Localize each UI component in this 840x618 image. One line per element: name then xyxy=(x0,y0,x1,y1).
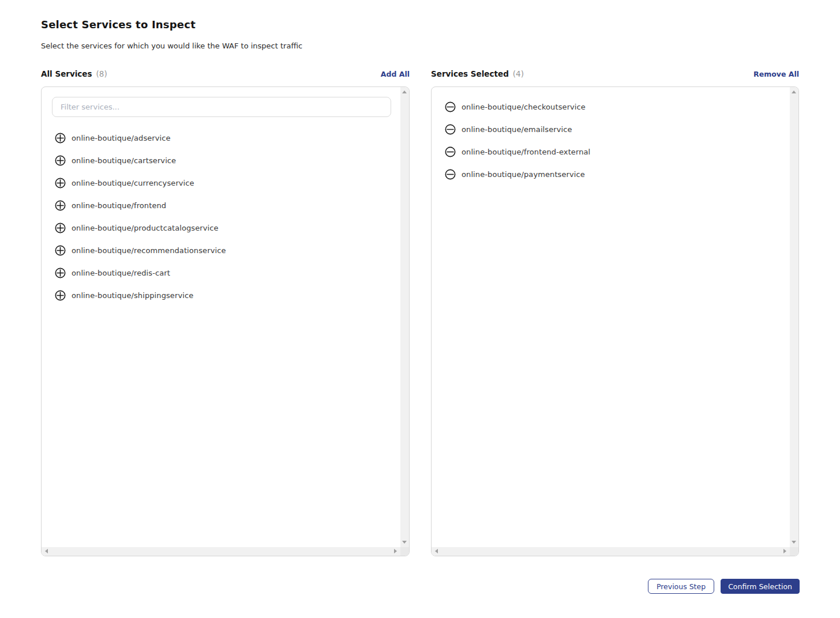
selected-services-count: (4) xyxy=(513,69,524,78)
filter-services-input[interactable] xyxy=(52,97,391,117)
remove-service-icon[interactable] xyxy=(445,169,456,180)
scroll-left-icon[interactable] xyxy=(45,549,48,553)
add-service-icon[interactable] xyxy=(55,133,66,144)
add-service-icon[interactable] xyxy=(55,200,66,211)
all-services-panel-content: online-boutique/adservice on xyxy=(42,87,400,547)
selected-services-column: Services Selected (4) Remove All xyxy=(431,68,799,556)
remove-service-icon[interactable] xyxy=(445,124,456,135)
remove-service-icon[interactable] xyxy=(445,146,456,157)
service-selection-page: Select Services to Inspect Select the se… xyxy=(0,0,840,618)
scroll-right-icon[interactable] xyxy=(394,549,397,553)
vertical-scrollbar[interactable] xyxy=(400,87,409,547)
add-service-icon[interactable] xyxy=(55,155,66,166)
service-row[interactable]: online-boutique/currencyservice xyxy=(42,172,400,194)
scroll-up-icon[interactable] xyxy=(402,91,407,93)
service-name: online-boutique/adservice xyxy=(72,134,171,142)
vertical-scrollbar[interactable] xyxy=(790,87,798,547)
service-row[interactable]: online-boutique/frontend-external xyxy=(432,141,790,163)
service-row[interactable]: online-boutique/paymentservice xyxy=(432,163,790,186)
all-services-panel: online-boutique/adservice on xyxy=(41,86,410,556)
service-name: online-boutique/frontend xyxy=(72,201,166,210)
selected-services-panel-content: online-boutique/checkoutservice online-b… xyxy=(432,87,790,547)
service-row[interactable]: online-boutique/adservice xyxy=(42,127,400,149)
all-services-header: All Services (8) Add All xyxy=(41,68,410,80)
horizontal-scrollbar[interactable] xyxy=(432,547,790,556)
wizard-footer: Previous Step Confirm Selection xyxy=(648,579,800,594)
scroll-right-icon[interactable] xyxy=(783,549,786,553)
service-row[interactable]: online-boutique/checkoutservice xyxy=(432,96,790,118)
service-name: online-boutique/checkoutservice xyxy=(462,103,586,111)
service-name: online-boutique/emailservice xyxy=(462,125,572,134)
scrollbar-corner xyxy=(790,547,798,556)
add-service-icon[interactable] xyxy=(55,223,66,233)
page-title: Select Services to Inspect xyxy=(41,18,196,31)
service-row[interactable]: online-boutique/recommendationservice xyxy=(42,239,400,262)
service-row[interactable]: online-boutique/redis-cart xyxy=(42,262,400,284)
service-name: online-boutique/shippingservice xyxy=(72,291,193,300)
service-row[interactable]: online-boutique/emailservice xyxy=(432,118,790,141)
add-all-link[interactable]: Add All xyxy=(381,70,410,78)
service-name: online-boutique/productcatalogservice xyxy=(72,224,219,232)
add-service-icon[interactable] xyxy=(55,267,66,278)
service-name: online-boutique/redis-cart xyxy=(72,269,170,277)
service-row[interactable]: online-boutique/frontend xyxy=(42,194,400,217)
service-row[interactable]: online-boutique/productcatalogservice xyxy=(42,217,400,239)
selected-services-panel: online-boutique/checkoutservice online-b… xyxy=(431,86,799,556)
service-name: online-boutique/paymentservice xyxy=(462,170,585,179)
add-service-icon[interactable] xyxy=(55,290,66,301)
horizontal-scrollbar[interactable] xyxy=(42,547,400,556)
all-services-count: (8) xyxy=(96,69,107,78)
service-name: online-boutique/cartservice xyxy=(72,156,176,165)
selected-services-header: Services Selected (4) Remove All xyxy=(431,68,799,80)
all-services-column: All Services (8) Add All xyxy=(41,68,410,556)
selected-services-list: online-boutique/checkoutservice online-b… xyxy=(432,96,790,186)
add-service-icon[interactable] xyxy=(55,245,66,256)
service-row[interactable]: online-boutique/shippingservice xyxy=(42,284,400,307)
all-services-label: All Services xyxy=(41,69,92,78)
page-subtitle: Select the services for which you would … xyxy=(41,42,302,50)
scroll-left-icon[interactable] xyxy=(435,549,438,553)
scrollbar-corner xyxy=(400,547,409,556)
scroll-down-icon[interactable] xyxy=(402,541,407,544)
remove-all-link[interactable]: Remove All xyxy=(753,70,799,78)
scroll-down-icon[interactable] xyxy=(792,541,796,544)
service-name: online-boutique/frontend-external xyxy=(462,148,590,156)
selected-services-label: Services Selected xyxy=(431,69,509,78)
service-name: online-boutique/currencyservice xyxy=(72,179,194,187)
confirm-selection-button[interactable]: Confirm Selection xyxy=(721,579,800,594)
service-row[interactable]: online-boutique/cartservice xyxy=(42,149,400,172)
remove-service-icon[interactable] xyxy=(445,101,456,112)
scroll-up-icon[interactable] xyxy=(792,91,796,93)
previous-step-button[interactable]: Previous Step xyxy=(648,579,714,594)
add-service-icon[interactable] xyxy=(55,178,66,189)
service-name: online-boutique/recommendationservice xyxy=(72,246,226,255)
all-services-list: online-boutique/adservice on xyxy=(42,127,400,307)
